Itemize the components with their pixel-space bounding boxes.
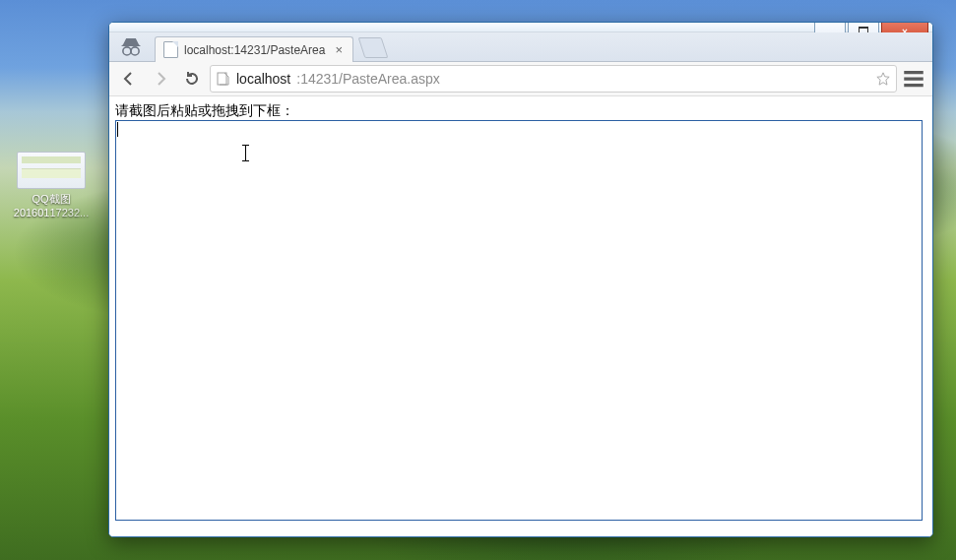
browser-window: × localhost:14231/PasteArea ×: [108, 22, 933, 537]
svg-point-1: [131, 47, 139, 55]
tab-strip: localhost:14231/PasteArea ×: [109, 32, 932, 62]
browser-menu-button[interactable]: [901, 66, 926, 92]
url-path: :14231/PasteArea.aspx: [296, 71, 440, 87]
tab-title: localhost:14231/PasteArea: [184, 43, 325, 57]
page-icon: [163, 41, 178, 58]
bookmark-star-icon[interactable]: [876, 72, 890, 86]
back-button[interactable]: [115, 65, 143, 93]
url-host: localhost: [236, 71, 290, 87]
desktop-file-icon[interactable]: QQ截图 20160117232...: [12, 152, 91, 220]
svg-point-0: [123, 47, 131, 55]
file-name-line1: QQ截图: [12, 193, 91, 207]
prompt-label: 请截图后粘贴或拖拽到下框：: [115, 102, 294, 118]
browser-toolbar: localhost:14231/PasteArea.aspx: [109, 62, 932, 96]
paste-drop-area[interactable]: [115, 120, 923, 521]
browser-tab[interactable]: localhost:14231/PasteArea ×: [155, 36, 353, 62]
text-cursor-icon: [245, 146, 246, 160]
forward-button[interactable]: [147, 65, 174, 93]
new-tab-button[interactable]: [358, 37, 389, 58]
file-thumbnail: [17, 152, 86, 189]
address-bar[interactable]: localhost:14231/PasteArea.aspx: [210, 65, 897, 93]
svg-rect-2: [218, 73, 226, 85]
file-name-line2: 20160117232...: [12, 207, 91, 220]
page-content: 请截图后粘贴或拖拽到下框：: [109, 96, 932, 536]
text-caret: [117, 122, 118, 137]
reload-button[interactable]: [178, 65, 206, 93]
desktop: QQ截图 20160117232... × localhost:14231/Pa…: [0, 0, 956, 560]
page-icon: [217, 72, 230, 86]
incognito-icon: [117, 34, 145, 58]
window-titlebar[interactable]: ×: [109, 23, 932, 32]
tab-close-icon[interactable]: ×: [335, 43, 343, 56]
